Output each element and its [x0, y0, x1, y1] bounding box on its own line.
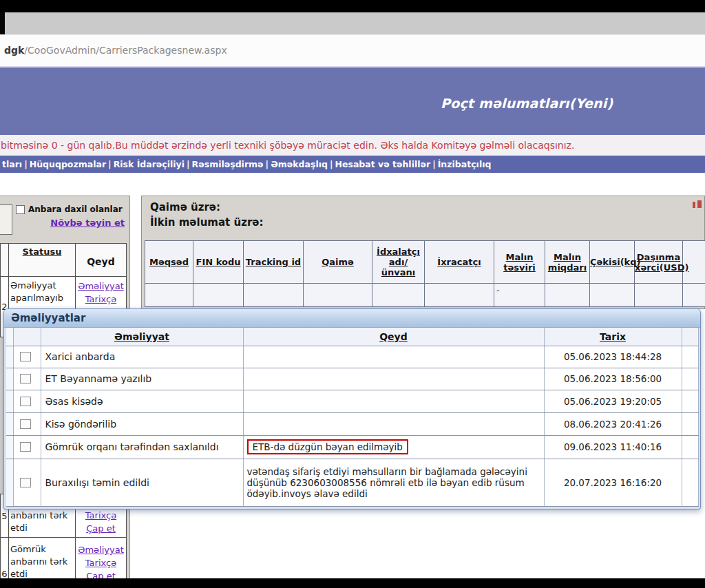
- operations-table: Əməliyyat Qeyd Tarix Xarici anbarda05.06…: [6, 328, 699, 507]
- warning-banner: bitməsinə 0 - gün qalıb.Bu müddət ərzind…: [0, 135, 705, 156]
- column-header: Çəkisi(kq): [590, 241, 635, 284]
- empty-cell: [682, 346, 698, 368]
- empty-cell: [682, 368, 698, 390]
- row-gutter: [6, 368, 13, 390]
- row-gutter: [6, 390, 13, 412]
- operation-cell: Buraxılışı təmin edildi: [41, 459, 243, 506]
- column-sort-link[interactable]: Tracking id: [246, 257, 301, 267]
- date-sort-link[interactable]: Tarix: [600, 331, 626, 342]
- row-checkbox[interactable]: [20, 374, 31, 384]
- checkbox-cell: [13, 346, 41, 368]
- url-bar[interactable]: dgk/CooGovAdmin/CarriersPackagesnew.aspx: [0, 34, 705, 67]
- packages-table-row: -: [145, 284, 705, 307]
- column-header: Məqsəd: [145, 241, 193, 284]
- nav-item[interactable]: Hüquqpozmalar: [30, 159, 106, 169]
- bottom-black-bar: [0, 578, 705, 588]
- column-sort-link[interactable]: Məqsəd: [149, 257, 189, 267]
- highlighted-note: ETB-də düzgün bəyan edilməyib: [247, 439, 408, 454]
- column-sort-link[interactable]: Çəkisi(kq): [590, 257, 641, 267]
- status-sort-link[interactable]: Statusu: [23, 246, 62, 257]
- url-path: /CooGovAdmin/CarriersPackagesnew.aspx: [24, 45, 227, 56]
- nav-item[interactable]: İnzibatçılıq: [438, 159, 492, 169]
- operation-row: Gömrük orqanı tərəfindən saxlanıldıETB-d…: [6, 435, 698, 459]
- table-cell: [425, 284, 494, 307]
- browser-chrome: [0, 12, 705, 34]
- column-header: Malıntəsviri: [494, 241, 545, 284]
- column-header: FIN kodu: [193, 241, 244, 284]
- modal-body: Əməliyyat Qeyd Tarix Xarici anbarda05.06…: [4, 328, 700, 507]
- column-sort-link[interactable]: Daşınmaxərci(USD): [635, 252, 688, 273]
- table-cell: [244, 284, 304, 307]
- note-cell: [243, 390, 544, 412]
- operation-cell: Xarici anbarda: [41, 346, 243, 368]
- note-column-header: Qeyd: [76, 244, 127, 277]
- column-sort-link[interactable]: Qaimə: [322, 257, 354, 267]
- table-cell: [372, 284, 425, 307]
- operation-link[interactable]: Əməliyyat: [76, 543, 126, 556]
- nav-separator: |: [108, 159, 112, 169]
- operation-cell: ET Bəyannamə yazılıb: [41, 368, 243, 390]
- column-header: İxracatçı: [425, 241, 494, 284]
- empty-column-header: [682, 328, 698, 346]
- table-cell: [193, 284, 244, 307]
- column-header: Tracking id: [244, 241, 304, 284]
- note-sort-link[interactable]: Qeyd: [379, 331, 408, 342]
- nav-item[interactable]: Hesabat və təhlillər: [335, 159, 431, 169]
- operation-cell: Gömrük orqanı tərəfindən saxlanıldı: [41, 435, 243, 459]
- warehouse-filter-label: Anbara daxil olanlar: [28, 204, 123, 214]
- nav-item[interactable]: Risk İdarəçiliyi: [114, 159, 185, 169]
- row-checkbox[interactable]: [20, 419, 31, 429]
- date-cell: 05.06.2023 18:44:28: [544, 346, 682, 368]
- nav-item[interactable]: Əməkdaşlıq: [271, 159, 328, 169]
- row-gutter: [6, 412, 13, 435]
- table-cell: [590, 284, 635, 307]
- checkbox-cell: [13, 412, 41, 435]
- row-checkbox[interactable]: [20, 478, 31, 487]
- operation-sort-link[interactable]: Əməliyyat: [114, 331, 169, 342]
- history-link[interactable]: Tarixçə: [76, 556, 126, 569]
- column-sort-link[interactable]: İxracatçı: [437, 257, 481, 267]
- column-header: İdxalatçıadı/ünvanı: [372, 241, 425, 284]
- date-cell: 05.06.2023 19:20:05: [544, 390, 682, 412]
- row-checkbox[interactable]: [20, 352, 31, 361]
- modal-titlebar[interactable]: Əməliyyatlar: [4, 309, 700, 328]
- packages-table: MəqsədFIN koduTracking idQaiməİdxalatçıa…: [145, 240, 705, 307]
- column-sort-link[interactable]: Malınmiqdarı: [548, 252, 587, 273]
- warehouse-filter-checkbox[interactable]: [16, 205, 25, 214]
- column-sort-link[interactable]: FIN kodu: [196, 257, 241, 267]
- checkbox-cell: [13, 390, 41, 412]
- operation-link[interactable]: Əməliyyat: [76, 280, 126, 293]
- chrome-left-notch: [0, 12, 5, 34]
- operation-row: Xarici anbarda05.06.2023 18:44:28: [6, 346, 698, 368]
- history-link[interactable]: Tarixçə: [76, 293, 126, 306]
- table-cell: [545, 284, 590, 307]
- date-cell: 09.06.2023 11:40:16: [544, 435, 682, 459]
- operation-row: Əsas kisədə05.06.2023 19:20:05: [6, 390, 698, 412]
- checkbox-cell: [13, 368, 41, 390]
- table-cell: [635, 284, 683, 307]
- row-gutter: [6, 346, 13, 368]
- note-cell: [243, 368, 544, 390]
- modal-title: Əməliyyatlar: [11, 312, 85, 324]
- set-queue-link[interactable]: Növbə təyin et: [0, 218, 125, 228]
- main-nav: tları|Hüquqpozmalar|Risk İdarəçiliyi|Rəs…: [0, 156, 705, 173]
- history-link[interactable]: Tarixçə: [76, 509, 126, 522]
- print-link[interactable]: Çap et: [76, 522, 126, 535]
- date-cell: 20.07.2023 16:16:20: [544, 459, 682, 506]
- column-sort-link[interactable]: Malıntəsviri: [503, 252, 536, 273]
- nav-item[interactable]: Rəsmiləşdirmə: [192, 159, 264, 169]
- gutter-column-header: [6, 328, 13, 346]
- operation-row: Buraxılışı təmin edildivətəndaş sifariş …: [6, 459, 698, 506]
- screen: dgk/CooGovAdmin/CarriersPackagesnew.aspx…: [0, 0, 705, 588]
- table-cell: [683, 284, 705, 307]
- empty-cell: [682, 435, 698, 459]
- row-checkbox[interactable]: [20, 442, 31, 452]
- note-cell: vətəndaş sifariş etdiyi məhsulların bir …: [243, 459, 544, 506]
- nav-separator: |: [24, 159, 28, 169]
- row-checkbox[interactable]: [20, 397, 31, 406]
- note-column-header: Qeyd: [243, 328, 544, 346]
- column-sort-link[interactable]: İdxalatçıadı/ünvanı: [377, 246, 420, 277]
- column-header: Qaimə: [304, 241, 372, 284]
- checkbox-column-header: [13, 328, 41, 346]
- nav-item[interactable]: tları: [2, 159, 22, 169]
